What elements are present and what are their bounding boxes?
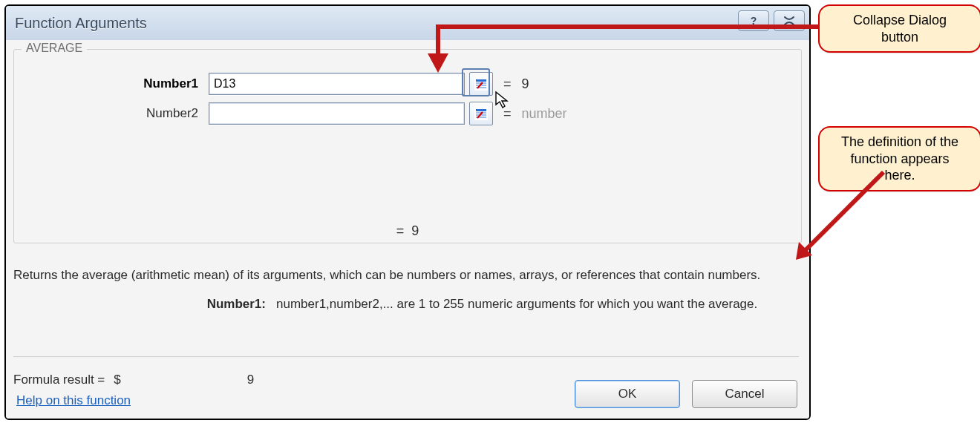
separator <box>13 356 799 357</box>
collapse-dialog-button[interactable] <box>469 72 493 96</box>
argument-label: Number2 <box>94 106 209 121</box>
ok-button[interactable]: OK <box>575 380 680 408</box>
function-description: Returns the average (arithmetic mean) of… <box>13 267 799 284</box>
formula-result-currency: $ <box>114 373 120 387</box>
argument-description-label: Number1: <box>13 297 276 312</box>
argument-row: Number1 = 9 <box>94 72 529 96</box>
svg-rect-6 <box>476 109 486 111</box>
close-icon <box>783 16 795 26</box>
argument-input[interactable] <box>209 102 465 125</box>
argument-description-text: number1,number2,... are 1 to 255 numeric… <box>276 297 799 312</box>
collapse-dialog-icon <box>474 76 489 91</box>
callout-collapse: Collapse Dialog button <box>818 4 980 53</box>
equals-sign: = <box>503 76 512 92</box>
intermediate-result: = 9 <box>14 223 801 239</box>
help-on-function-link[interactable]: Help on this function <box>16 393 131 408</box>
cancel-button[interactable]: Cancel <box>692 380 797 408</box>
argument-row: Number2 = number <box>94 102 567 125</box>
function-name: AVERAGE <box>22 42 87 55</box>
dialog-body: AVERAGE Number1 <box>6 40 809 419</box>
question-icon: ? <box>751 15 757 27</box>
collapse-dialog-button[interactable] <box>469 102 493 125</box>
argument-label: Number1 <box>94 76 209 91</box>
argument-result: 9 <box>522 76 529 92</box>
formula-result: Formula result = $ 9 <box>13 373 254 387</box>
formula-result-value: 9 <box>247 373 254 387</box>
function-arguments-dialog: Function Arguments ? AVERAGE Number1 <box>4 4 811 420</box>
argument-group: AVERAGE Number1 <box>13 49 802 243</box>
help-button[interactable]: ? <box>738 10 769 31</box>
dialog-title: Function Arguments <box>15 15 147 32</box>
argument-result: number <box>522 106 567 122</box>
formula-result-label: Formula result = <box>13 373 105 387</box>
title-bar: Function Arguments ? <box>6 6 809 41</box>
equals-sign: = <box>503 106 512 122</box>
argument-description: Number1: number1,number2,... are 1 to 25… <box>13 297 799 312</box>
argument-input[interactable] <box>209 73 465 95</box>
svg-rect-1 <box>476 79 486 82</box>
collapse-dialog-icon <box>474 106 489 121</box>
callout-definition: The definition of the function appears h… <box>818 126 980 191</box>
close-button[interactable] <box>774 10 805 31</box>
